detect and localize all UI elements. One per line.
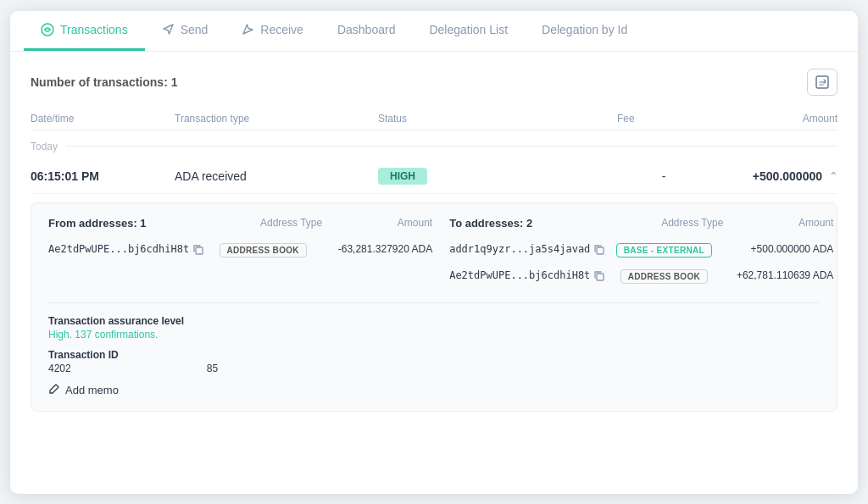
col-header-type: Transaction type xyxy=(175,113,378,125)
tab-transactions-label: Transactions xyxy=(60,23,128,36)
assurance-label: Transaction assurance level xyxy=(48,315,820,327)
tab-send[interactable]: Send xyxy=(145,11,225,51)
detail-section: From addresses: 1 Address Type Amount Ae… xyxy=(31,202,837,412)
add-memo-button[interactable]: Add memo xyxy=(48,383,119,397)
to-addr-row-1: Ae2tdPwUPE...bj6cdhiH8t ADDRESS BOOK xyxy=(449,263,833,289)
summary-label: Number of transactions: xyxy=(31,75,168,89)
col-header-amount: Amount xyxy=(710,113,837,125)
receive-icon xyxy=(242,23,254,36)
to-col-header: To addresses: 2 Address Type Amount xyxy=(449,217,833,230)
from-column: From addresses: 1 Address Type Amount Ae… xyxy=(48,217,432,289)
tab-send-label: Send xyxy=(181,23,209,36)
svg-rect-2 xyxy=(196,247,203,254)
to-addr-amount-0: +500.000000 ADA xyxy=(723,243,833,255)
summary-count: 1 xyxy=(171,75,178,89)
export-button[interactable] xyxy=(807,69,837,96)
to-addr-text-0: addr1q9yzr...ja5s4javad xyxy=(449,243,604,255)
tab-bar: Transactions Send Receive Dashboard Dele… xyxy=(10,11,858,52)
today-label: Today xyxy=(31,130,837,159)
tx-time: 06:15:01 PM xyxy=(31,169,175,183)
svg-rect-4 xyxy=(597,274,604,280)
to-addr-tag-1: ADDRESS BOOK xyxy=(604,268,723,284)
to-column: To addresses: 2 Address Type Amount addr… xyxy=(449,217,833,289)
tx-fee: - xyxy=(617,169,710,183)
copy-to-addr-0-icon[interactable] xyxy=(593,244,604,255)
from-col-header: From addresses: 1 Address Type Amount xyxy=(48,217,432,230)
to-addr-row-0: addr1q9yzr...ja5s4javad BASE - EXTERNAL xyxy=(449,236,833,263)
tab-transactions[interactable]: Transactions xyxy=(24,11,145,51)
col-header-fee: Fee xyxy=(617,113,710,125)
main-window: Transactions Send Receive Dashboard Dele… xyxy=(10,11,858,494)
copy-to-addr-1-icon[interactable] xyxy=(593,270,604,281)
to-title: To addresses: 2 xyxy=(449,217,604,230)
assurance-value: High. 137 confirmations. xyxy=(48,329,820,341)
tx-type: ADA received xyxy=(175,169,378,183)
tab-delegation-by-id-label: Delegation by Id xyxy=(542,23,627,36)
add-memo-label: Add memo xyxy=(65,384,119,396)
export-icon xyxy=(815,75,830,90)
tab-delegation-list[interactable]: Delegation List xyxy=(412,11,525,51)
tx-status: HIGH xyxy=(378,168,617,185)
tab-dashboard-label: Dashboard xyxy=(337,23,396,36)
svg-point-0 xyxy=(42,24,53,36)
to-addr-tag-0: BASE - EXTERNAL xyxy=(604,241,723,258)
send-icon xyxy=(162,23,175,36)
table-header: Date/time Transaction type Status Fee Am… xyxy=(31,108,837,130)
from-amount-header: Amount xyxy=(322,217,432,230)
tx-id-value1: 4202 xyxy=(48,363,71,374)
to-amount-header: Amount xyxy=(723,217,833,230)
svg-rect-3 xyxy=(597,247,604,254)
to-addr-amount-1: +62,781.110639 ADA xyxy=(723,269,833,281)
col-header-status: Status xyxy=(378,113,617,125)
tab-delegation-by-id[interactable]: Delegation by Id xyxy=(525,11,644,51)
tx-id-label: Transaction ID xyxy=(48,349,820,361)
tab-receive-label: Receive xyxy=(260,23,303,36)
transactions-icon xyxy=(41,23,54,36)
col-header-datetime: Date/time xyxy=(31,113,175,125)
from-addr-amount-0: -63,281.327920 ADA xyxy=(322,243,432,255)
to-type-header: Address Type xyxy=(604,217,723,230)
from-type-header: Address Type xyxy=(203,217,322,230)
main-content: Number of transactions: 1 Date/time Tran… xyxy=(10,52,858,429)
edit-icon xyxy=(48,383,60,397)
tx-id-row: 4202 85 xyxy=(48,363,820,374)
status-badge: HIGH xyxy=(378,168,427,185)
from-addr-text-0: Ae2tdPwUPE...bj6cdhiH8t xyxy=(48,243,203,255)
tx-info: Transaction assurance level High. 137 co… xyxy=(48,302,820,397)
detail-columns: From addresses: 1 Address Type Amount Ae… xyxy=(48,217,820,289)
from-addr-row-0: Ae2tdPwUPE...bj6cdhiH8t ADDRESS BOOK xyxy=(48,236,432,263)
tab-delegation-list-label: Delegation List xyxy=(429,23,508,36)
tab-dashboard[interactable]: Dashboard xyxy=(320,11,413,51)
summary-row: Number of transactions: 1 xyxy=(31,69,837,96)
tab-receive[interactable]: Receive xyxy=(225,11,320,51)
chevron-up-icon[interactable]: ⌃ xyxy=(829,170,837,182)
table-row[interactable]: 06:15:01 PM ADA received HIGH - +500.000… xyxy=(31,159,837,194)
tx-amount: +500.000000 ⌃ xyxy=(710,169,837,183)
to-addr-text-1: Ae2tdPwUPE...bj6cdhiH8t xyxy=(449,269,604,281)
from-addr-tag-0: ADDRESS BOOK xyxy=(203,241,322,258)
tx-id-value2: 85 xyxy=(207,363,218,374)
summary-text: Number of transactions: 1 xyxy=(31,75,178,89)
from-title: From addresses: 1 xyxy=(48,217,203,230)
copy-from-addr-0-icon[interactable] xyxy=(192,244,203,255)
